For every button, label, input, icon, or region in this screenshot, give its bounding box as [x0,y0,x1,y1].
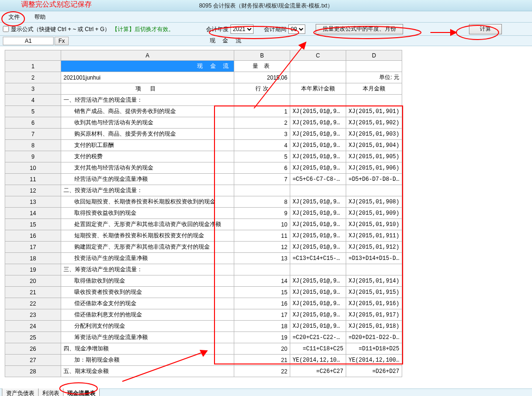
cell[interactable]: =D11+D18+D25 [346,343,402,355]
cell[interactable]: XJ(2015,01@,914) [290,275,346,287]
row-header[interactable]: 14 [5,208,61,219]
cell[interactable]: 支付的税费 [61,151,234,162]
table-row[interactable]: 25筹资活动产生的现金流量净额19=C20+C21-C22-C23-C24=D2… [5,332,402,343]
row-header[interactable]: 15 [5,219,61,230]
cell[interactable]: 20 [234,343,290,355]
cell[interactable] [290,61,346,72]
period-select[interactable]: 09 [288,24,305,34]
cell[interactable]: 13 [234,253,290,264]
cell[interactable]: 分配利润支付的现金 [61,321,234,332]
row-header[interactable]: 20 [5,275,61,287]
table-row[interactable]: 27加：期初现金余额21YE(2014,12,1001*,J)+YE(2014,… [5,355,402,366]
menu-file[interactable]: 文件 [2,11,26,23]
cell[interactable]: 支付的职工薪酬 [61,140,234,151]
cell[interactable]: =C5+C6-C7-C8-C9-C10 [290,174,346,185]
cell[interactable]: 取得借款收到的现金 [61,275,234,287]
cell[interactable]: XJ(2015,01,912) [346,242,402,253]
row-header[interactable]: 2 [5,72,61,83]
row-header[interactable]: 19 [5,264,61,275]
bulk-update-button[interactable]: 批量更改公式中的年度、月份 [316,24,403,34]
cell[interactable] [290,264,346,275]
cell[interactable]: 吸收投资者投资收到的现金 [61,287,234,298]
row-header[interactable]: 21 [5,287,61,298]
row-header[interactable]: 26 [5,343,61,355]
spreadsheet-grid[interactable]: ABCD 1现 金 流量 表22021001junhui2015,06单位: 元… [5,50,402,377]
cell-name-box[interactable]: A1 [3,37,54,45]
cell[interactable]: 销售产成品、商品、提供劳务收到的现金 [61,106,234,117]
cell[interactable]: 2 [234,117,290,129]
table-row[interactable]: 19三、筹资活动产生的现金流量： [5,264,402,275]
table-row[interactable]: 24分配利润支付的现金18XJ(2015,01@,918)XJ(2015,01,… [5,321,402,332]
cell[interactable]: 7 [234,174,290,185]
row-header[interactable]: 1 [5,61,61,72]
table-row[interactable]: 20取得借款收到的现金14XJ(2015,01@,914)XJ(2015,01,… [5,275,402,287]
cell[interactable] [234,264,290,275]
cell[interactable]: 项 目 [61,83,234,95]
cell[interactable]: 9 [234,208,290,219]
cell[interactable]: XJ(2015,01@,916) [290,298,346,309]
cell[interactable]: XJ(2015,01@,918) [290,321,346,332]
cell[interactable] [234,95,290,106]
row-header[interactable]: 28 [5,366,61,377]
cell[interactable]: 五、期末现金余额 [61,366,234,377]
cell[interactable]: =D20+D21-D22-D23-D24 [346,332,402,343]
cell[interactable]: 22 [234,366,290,377]
cell[interactable]: XJ(2015,01,905) [346,151,402,162]
cell[interactable]: 2021001junhui [61,72,234,83]
cell[interactable]: XJ(2015,01@,915) [290,287,346,298]
corner-header[interactable] [5,50,61,61]
sheet-tab-1[interactable]: 利润表 [38,388,64,396]
table-row[interactable]: 3项 目行 次本年累计金额本月金额 [5,83,402,95]
cell[interactable]: 8 [234,196,290,208]
cell[interactable]: XJ(2015,01@,906) [290,162,346,174]
row-header[interactable]: 23 [5,309,61,321]
cell[interactable]: XJ(2015,01,901) [346,106,402,117]
table-row[interactable]: 1现 金 流量 表 [5,61,402,72]
row-header[interactable]: 4 [5,95,61,106]
cell[interactable]: XJ(2015,01,914) [346,275,402,287]
table-row[interactable]: 26四、现金净增加额20=C11+C18+C25=D11+D18+D25 [5,343,402,355]
cell[interactable]: 4 [234,140,290,151]
table-row[interactable]: 13收回短期投资、长期债券投资和长期股权投资收到的现金8XJ(2015,01@,… [5,196,402,208]
cell[interactable]: =D13+D14+D15-D16-D17 [346,253,402,264]
cell[interactable]: XJ(2015,01,910) [346,219,402,230]
cell[interactable]: XJ(2015,01@,909) [290,208,346,219]
cell[interactable]: XJ(2015,01@,903) [290,129,346,140]
cell[interactable] [290,95,346,106]
cell[interactable]: 单位: 元 [346,72,402,83]
table-row[interactable]: 8支付的职工薪酬4XJ(2015,01@,904)XJ(2015,01,904) [5,140,402,151]
cell[interactable]: 四、现金净增加额 [61,343,234,355]
cell[interactable]: 偿还借款本金支付的现金 [61,298,234,309]
cell[interactable]: 量 表 [234,61,290,72]
cell[interactable]: 行 次 [234,83,290,95]
year-select[interactable]: 2021 [230,24,254,34]
cell[interactable]: XJ(2015,01@,917) [290,309,346,321]
table-row[interactable]: 5销售产成品、商品、提供劳务收到的现金1XJ(2015,01@,901)XJ(2… [5,106,402,117]
cell[interactable]: XJ(2015,01,908) [346,196,402,208]
cell[interactable]: XJ(2015,01,904) [346,140,402,151]
cell[interactable]: 支付其他与经营活动有关的现金 [61,162,234,174]
row-header[interactable]: 8 [5,140,61,151]
cell[interactable]: 18 [234,321,290,332]
cell[interactable]: 11 [234,230,290,242]
cell[interactable]: 取得投资收益收到的现金 [61,208,234,219]
show-formula-checkbox[interactable]: 显示公式（快捷键 Ctrl + ~ 或 Ctrl + G） [3,23,110,36]
cell[interactable]: 短期投资、长期债券投资和长期股权投资支付的现金 [61,230,234,242]
table-row[interactable]: 9支付的税费5XJ(2015,01@,905)XJ(2015,01,905) [5,151,402,162]
cell[interactable] [234,185,290,196]
row-header[interactable]: 16 [5,230,61,242]
table-row[interactable]: 23偿还借款利息支付的他现金17XJ(2015,01@,917)XJ(2015,… [5,309,402,321]
cell[interactable]: XJ(2015,01,916) [346,298,402,309]
cell[interactable]: XJ(2015,01,909) [346,208,402,219]
cell[interactable]: XJ(2015,01@,905) [290,151,346,162]
cell[interactable]: 现 金 流 [61,61,234,72]
cell[interactable]: 二、投资活动产生的现金流量： [61,185,234,196]
table-row[interactable]: 15处置固定资产、无形资产和其他非流动资产收回的现金净额10XJ(2015,01… [5,219,402,230]
cell[interactable]: XJ(2015,01@,902) [290,117,346,129]
row-header[interactable]: 13 [5,196,61,208]
cell[interactable]: 2015,06 [234,72,290,83]
cell[interactable]: 三、筹资活动产生的现金流量： [61,264,234,275]
row-header[interactable]: 11 [5,174,61,185]
cell[interactable]: XJ(2015,01,915) [346,287,402,298]
cell[interactable]: 经营活动产生的现金流量净额 [61,174,234,185]
